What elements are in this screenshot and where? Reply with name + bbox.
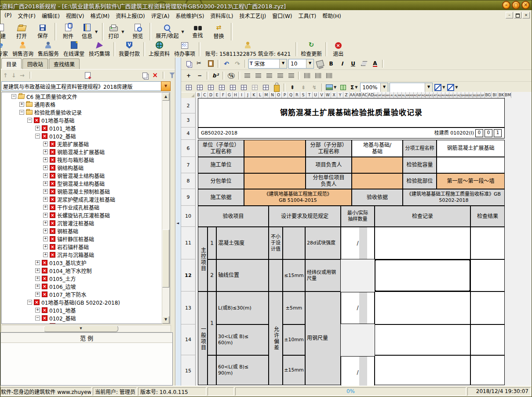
column-header-J[interactable]: J: [245, 92, 251, 98]
bold-button[interactable]: B: [326, 59, 336, 69]
maximize-button[interactable]: ▢: [512, 1, 520, 9]
menu-item-4[interactable]: 格式(M): [87, 11, 113, 21]
tree-item[interactable]: +×长螺旋钻孔压灌桩基础: [2, 211, 170, 219]
column-header-X[interactable]: X: [331, 92, 337, 98]
menu-item-3[interactable]: 视图(V): [63, 11, 87, 21]
tree-item[interactable]: +×钢桩基础: [2, 227, 170, 235]
menu-item-11[interactable]: 工具(T): [295, 11, 320, 21]
contractor-label[interactable]: 施工单位: [198, 157, 244, 173]
unit-name-label[interactable]: 单位（子单位） 工程名称: [198, 140, 244, 157]
acceptance-basis-label[interactable]: 验收依据: [352, 189, 403, 206]
tree-item[interactable]: +×钢管混凝土结构基础: [2, 171, 170, 179]
expand-icon[interactable]: +: [19, 102, 24, 107]
clear-format-button[interactable]: ↯: [310, 83, 319, 92]
column-header-BF[interactable]: BF: [481, 92, 485, 98]
item-name-cell[interactable]: L(或B)≤30(m): [216, 291, 269, 324]
item-number-cell[interactable]: [208, 355, 216, 385]
scroll-up-icon[interactable]: ▲: [162, 93, 169, 101]
tolerance-cell[interactable]: ±15mm: [283, 355, 305, 385]
construction-basis-label[interactable]: 施工依据: [198, 189, 244, 206]
check-result-cell[interactable]: [470, 324, 505, 355]
header-check-result[interactable]: 检查结果: [470, 206, 505, 227]
acceptance-basis-cell[interactable]: 《建筑地基基础工程施工质量验收标准》GB 50202-2018: [403, 189, 505, 206]
expand-icon[interactable]: +: [43, 165, 48, 170]
column-header-BG[interactable]: BG: [485, 92, 492, 98]
expand-icon[interactable]: +: [43, 205, 48, 210]
menu-item-9[interactable]: 技术工艺(J): [236, 11, 269, 21]
row-header-6[interactable]: 6: [181, 140, 196, 157]
method-cell[interactable]: 用钢尺量: [305, 291, 341, 385]
column-header-C[interactable]: C: [202, 92, 208, 98]
standard-row[interactable]: GB50202-2018 桂建质 010202(I) 0 0 1: [198, 127, 505, 138]
expand-icon[interactable]: +: [43, 173, 48, 178]
batch-location-cell[interactable]: 第一层～第一段～墙: [437, 173, 505, 189]
column-header-B[interactable]: B: [196, 92, 202, 98]
find-button[interactable]: 查找: [187, 22, 208, 42]
mdi-minimize-button[interactable]: –: [506, 12, 513, 18]
column-header-AF[interactable]: AF: [378, 92, 382, 98]
edit-table-button[interactable]: [338, 83, 348, 92]
general-group-cell[interactable]: 一般项目: [198, 291, 208, 385]
column-header-N[interactable]: N: [270, 92, 276, 98]
tree-item[interactable]: +×干作业成孔桩基础: [2, 203, 170, 211]
open-button[interactable]: 打开: [11, 22, 32, 42]
column-header-AY[interactable]: AY: [453, 92, 457, 98]
align-left-button[interactable]: [253, 71, 263, 80]
header-sample-count[interactable]: 最小/实际 抽样数量: [341, 206, 375, 227]
sample-count-cell[interactable]: /: [341, 356, 375, 386]
undo-button[interactable]: ↶: [222, 59, 231, 69]
combo-dropdown-icon[interactable]: ▼: [161, 81, 171, 91]
column-header-AH[interactable]: AH: [386, 92, 390, 98]
dropdown-arrow-icon[interactable]: ▼: [121, 30, 124, 34]
item-number-cell[interactable]: 2: [208, 259, 216, 291]
column-header-U[interactable]: U: [313, 92, 319, 98]
attach-button[interactable]: 附件: [58, 22, 79, 42]
expand-icon[interactable]: +: [43, 229, 48, 233]
column-header-AA[interactable]: AA: [350, 92, 356, 98]
replace-button[interactable]: 替换: [208, 22, 230, 42]
expand-icon[interactable]: +: [43, 142, 48, 146]
fill-pattern-button[interactable]: ▼: [447, 83, 458, 92]
serial-box[interactable]: 0: [475, 129, 483, 137]
split-row-button[interactable]: [239, 83, 248, 92]
scroll-down-icon[interactable]: ▼: [162, 316, 169, 324]
menu-item-12[interactable]: 帮助(H): [319, 11, 344, 21]
collapse-icon[interactable]: −: [11, 94, 16, 99]
panel-splitter[interactable]: ◄: [175, 58, 181, 386]
scrollbar-thumb[interactable]: [162, 229, 169, 288]
check-record-cell[interactable]: [375, 291, 470, 324]
check-result-cell[interactable]: [470, 355, 505, 385]
row-header-9[interactable]: 9: [181, 189, 196, 206]
collapse-left-icon[interactable]: ◄: [176, 221, 179, 225]
menu-item-8[interactable]: 资料库(L): [207, 11, 236, 21]
expand-icon[interactable]: +: [43, 149, 48, 154]
save-button[interactable]: 保存: [32, 22, 53, 42]
header-design-requirement[interactable]: 设计要求及规范规定: [269, 206, 341, 227]
menu-item-6[interactable]: 评定(A): [148, 11, 173, 21]
tree-item[interactable]: +×0101_地基: [2, 306, 170, 314]
tree-item[interactable]: +通用表格: [2, 100, 170, 108]
print-button[interactable]: 打印▼: [105, 22, 127, 42]
expand-icon[interactable]: +: [43, 237, 48, 241]
item-name-cell[interactable]: 轴线位置: [216, 259, 269, 291]
highlight-button[interactable]: [359, 59, 369, 69]
column-header-P[interactable]: P: [282, 92, 288, 98]
select-all-corner[interactable]: [181, 92, 196, 98]
cut-button[interactable]: [195, 59, 204, 69]
batch-capacity-label[interactable]: 检验批容量: [403, 157, 437, 173]
batch-capacity-cell[interactable]: [437, 157, 505, 173]
tree-item[interactable]: +×锚杆静压桩基础: [2, 235, 170, 243]
column-header-AW[interactable]: AW: [445, 92, 449, 98]
collapse-icon[interactable]: −: [19, 110, 24, 115]
item-name-cell[interactable]: 30<L(或 B)≤ 60(m): [216, 324, 269, 355]
column-header-AP[interactable]: AP: [418, 92, 422, 98]
tips-button[interactable]: 技巧集锦: [87, 41, 112, 58]
collapse-icon[interactable]: −: [27, 300, 32, 305]
column-header-H[interactable]: H: [233, 92, 239, 98]
expand-icon[interactable]: +: [35, 284, 40, 289]
expand-icon[interactable]: +: [35, 268, 40, 273]
column-header-AM[interactable]: AM: [406, 92, 410, 98]
copy-button[interactable]: [184, 59, 193, 69]
serial-box[interactable]: 0: [485, 129, 492, 137]
project-manager-cell[interactable]: [352, 157, 403, 173]
